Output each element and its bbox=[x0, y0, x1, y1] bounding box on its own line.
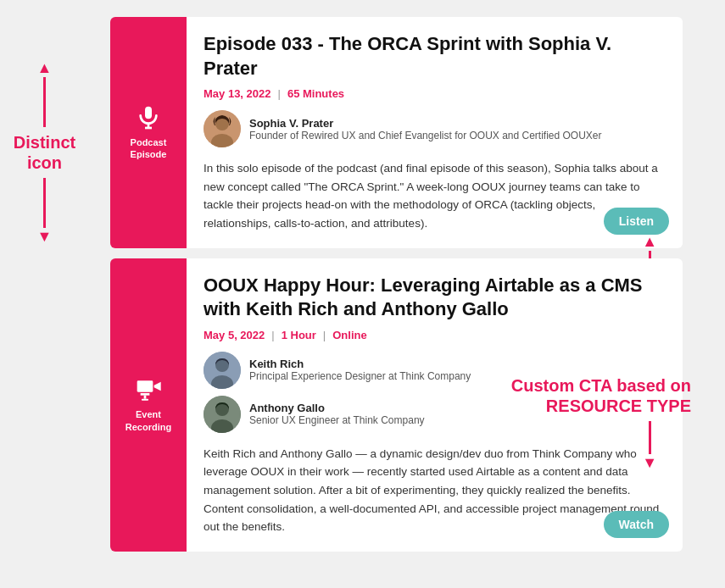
podcast-meta-date: May 13, 2022 bbox=[204, 87, 271, 100]
arrow-up-line bbox=[43, 77, 46, 127]
podcast-meta-duration: 65 Minutes bbox=[287, 87, 344, 100]
sophia-avatar bbox=[204, 110, 241, 147]
svg-rect-10 bbox=[142, 399, 148, 401]
sophia-info: Sophia V. Prater Founder of Rewired UX a… bbox=[249, 117, 602, 141]
podcast-icon-label: Podcast Episode bbox=[117, 136, 180, 161]
event-card-meta: May 5, 2022 | 1 Hour | Online bbox=[204, 329, 662, 341]
arrow-down-container: ▼ bbox=[37, 178, 53, 246]
keith-avatar-img bbox=[204, 352, 241, 389]
anthony-info: Anthony Gallo Senior UX Engineer at Thin… bbox=[249, 402, 425, 426]
arrow-down-line bbox=[43, 178, 46, 228]
event-meta-sep1: | bbox=[271, 329, 274, 341]
arrow-up-container: ▲ bbox=[37, 59, 53, 127]
distinct-icon-annotation: ▲ Distinct icon ▼ bbox=[0, 0, 89, 305]
keith-name: Keith Rich bbox=[249, 358, 471, 370]
event-icon-block: Event Recording bbox=[110, 258, 187, 552]
cards-container: Podcast Episode Episode 033 - The ORCA S… bbox=[93, 8, 700, 570]
event-icon-label: Event Recording bbox=[117, 408, 180, 433]
sophia-title: Founder of Rewired UX and Chief Evangeli… bbox=[249, 130, 602, 141]
keith-info: Keith Rich Principal Experience Designer… bbox=[249, 358, 471, 382]
microphone-icon bbox=[135, 104, 162, 131]
svg-rect-0 bbox=[145, 107, 152, 119]
sophia-name: Sophia V. Prater bbox=[249, 117, 602, 130]
anthony-avatar-img bbox=[204, 396, 241, 433]
podcast-speakers: Sophia V. Prater Founder of Rewired UX a… bbox=[204, 110, 662, 147]
event-icon bbox=[135, 376, 162, 403]
podcast-icon-block: Podcast Episode bbox=[110, 17, 187, 248]
podcast-meta-sep1: | bbox=[278, 87, 281, 100]
podcast-card-title: Episode 033 - The ORCA Sprint with Sophi… bbox=[204, 32, 662, 80]
anthony-avatar bbox=[204, 396, 241, 433]
event-card-body: OOUX Happy Hour: Leveraging Airtable as … bbox=[187, 258, 683, 552]
between-arrow-head: ▲ bbox=[642, 233, 657, 251]
arrow-down-icon: ▼ bbox=[37, 228, 53, 246]
anthony-title: Senior UX Engineer at Think Company bbox=[249, 414, 425, 426]
sophia-avatar-img bbox=[204, 110, 241, 147]
podcast-card-body: Episode 033 - The ORCA Sprint with Sophi… bbox=[187, 17, 683, 248]
podcast-card-meta: May 13, 2022 | 65 Minutes bbox=[204, 87, 662, 100]
event-card-title: OOUX Happy Hour: Leveraging Airtable as … bbox=[204, 274, 662, 322]
event-description: Keith Rich and Anthony Gallo — a dynamic… bbox=[204, 445, 662, 536]
distinct-icon-label: Distinct icon bbox=[0, 127, 89, 178]
event-meta-date: May 5, 2022 bbox=[204, 329, 265, 341]
svg-marker-7 bbox=[154, 382, 161, 391]
card-event: Event Recording OOUX Happy Hour: Leverag… bbox=[110, 258, 683, 552]
event-speakers: Keith Rich Principal Experience Designer… bbox=[204, 352, 662, 433]
between-cards-arrow: ▲ bbox=[642, 233, 657, 258]
speaker-keith: Keith Rich Principal Experience Designer… bbox=[204, 352, 662, 389]
between-arrow-line bbox=[649, 251, 651, 258]
page-container: ▲ Distinct icon ▼ Podcast Episode bbox=[0, 0, 725, 579]
svg-rect-6 bbox=[137, 381, 153, 392]
card-podcast: Podcast Episode Episode 033 - The ORCA S… bbox=[110, 17, 683, 248]
arrow-up-icon: ▲ bbox=[37, 59, 53, 77]
svg-rect-8 bbox=[141, 393, 150, 396]
event-meta-duration: 1 Hour bbox=[282, 329, 316, 341]
svg-rect-9 bbox=[144, 396, 147, 399]
speaker-sophia: Sophia V. Prater Founder of Rewired UX a… bbox=[204, 110, 662, 147]
keith-title: Principal Experience Designer at Think C… bbox=[249, 370, 471, 382]
event-meta-location: Online bbox=[332, 329, 366, 341]
event-meta-sep2: | bbox=[323, 329, 326, 341]
watch-button[interactable]: Watch bbox=[604, 511, 669, 538]
speaker-anthony: Anthony Gallo Senior UX Engineer at Thin… bbox=[204, 396, 662, 433]
listen-button[interactable]: Listen bbox=[604, 208, 669, 235]
podcast-description: In this solo episode of the podcast (and… bbox=[204, 159, 662, 232]
anthony-name: Anthony Gallo bbox=[249, 402, 425, 414]
keith-avatar bbox=[204, 352, 241, 389]
